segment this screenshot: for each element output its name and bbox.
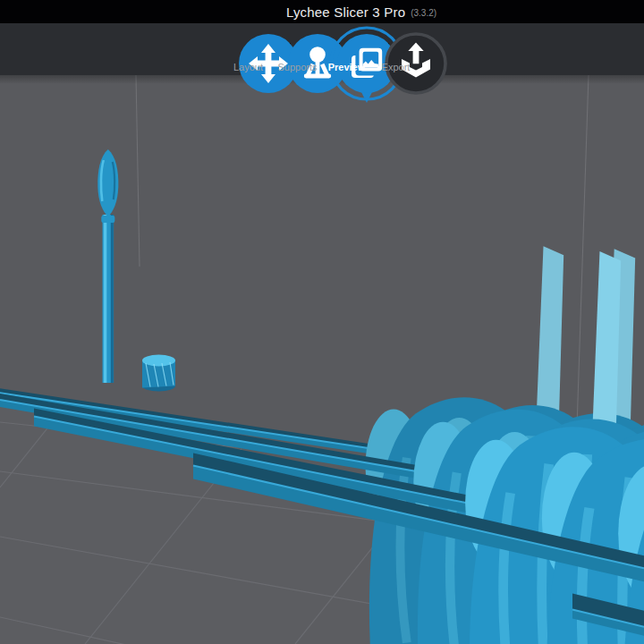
app-version: (3.3.2) bbox=[411, 6, 436, 18]
toolbar-step-layout[interactable]: Layout bbox=[229, 23, 268, 64]
step-label-layout: Layout bbox=[233, 62, 263, 72]
toolbar-step-export[interactable]: Export bbox=[377, 23, 416, 64]
app-title: Lychee Slicer 3 Pro bbox=[286, 4, 405, 20]
workflow-steps: Layout Supports bbox=[0, 23, 644, 64]
toolbar-step-preview[interactable]: Preview bbox=[327, 23, 367, 64]
viewport-3d[interactable] bbox=[0, 75, 644, 644]
toolbar-step-supports[interactable]: Supports bbox=[278, 23, 318, 64]
step-label-supports: Supports bbox=[277, 62, 317, 72]
step-label-export: Export bbox=[382, 62, 411, 72]
titlebar: Lychee Slicer 3 Pro (3.3.2) bbox=[0, 0, 644, 23]
app-window: Lychee Slicer 3 Pro (3.3.2) Layout bbox=[0, 0, 644, 644]
scene-canvas[interactable] bbox=[0, 75, 644, 644]
step-label-preview: Preview bbox=[328, 62, 366, 72]
preview-button[interactable] bbox=[327, 24, 367, 64]
layout-button[interactable] bbox=[229, 24, 268, 64]
supports-button[interactable] bbox=[278, 24, 318, 64]
workflow-toolbar: Layout Supports bbox=[0, 23, 644, 75]
export-button[interactable] bbox=[377, 24, 416, 64]
drummer-drum[interactable] bbox=[142, 355, 175, 392]
